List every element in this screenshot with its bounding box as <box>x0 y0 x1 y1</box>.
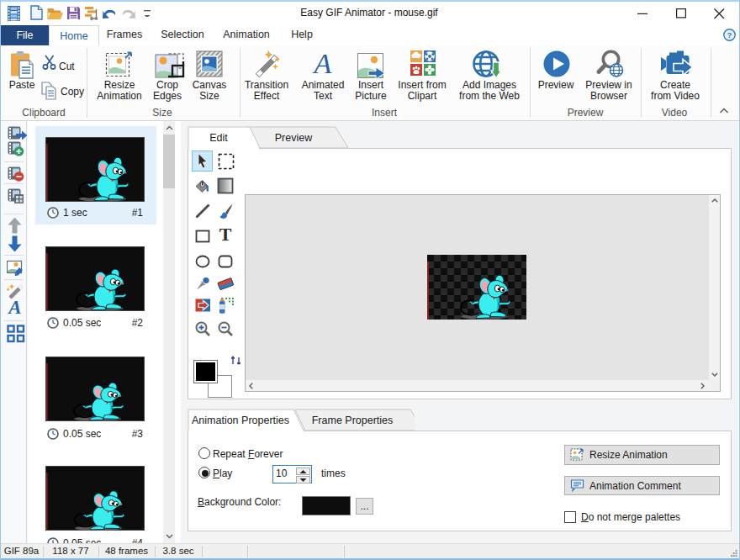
svg-text:Preview: Preview <box>275 132 313 144</box>
svg-text:Edit: Edit <box>209 132 228 144</box>
svg-text:?: ? <box>727 30 732 40</box>
svg-text:Animation Properties: Animation Properties <box>192 415 289 426</box>
svg-text:Frame Properties: Frame Properties <box>312 415 394 426</box>
